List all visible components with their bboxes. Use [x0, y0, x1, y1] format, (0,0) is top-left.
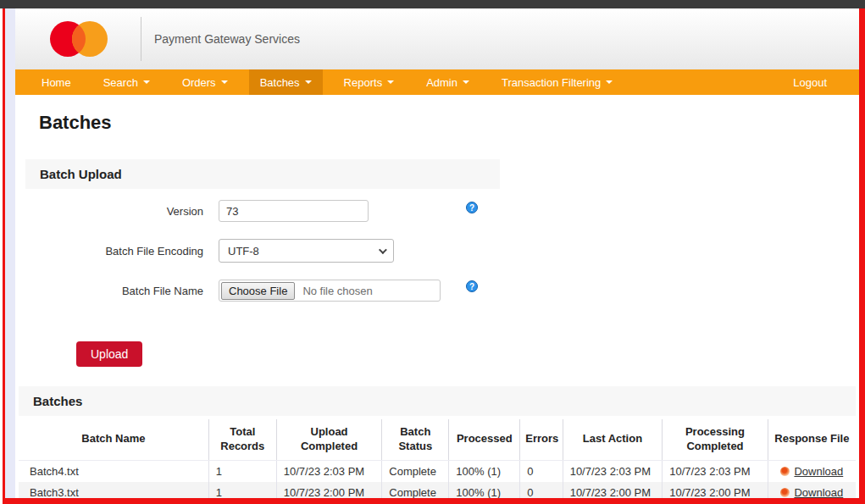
caret-down-icon: [221, 80, 228, 84]
batch-file-input[interactable]: Choose File No file chosen: [219, 280, 441, 302]
cell-errors: 0: [520, 482, 563, 498]
table-header-row: Batch Name Total Records Upload Complete…: [19, 419, 856, 460]
window-top-strip: [0, 0, 865, 8]
caret-down-icon: [606, 80, 613, 84]
help-icon[interactable]: [466, 280, 478, 292]
cell-total-records: 1: [208, 482, 276, 498]
version-label: Version: [25, 205, 203, 218]
batches-section-header: Batches: [19, 386, 856, 416]
cell-batch-status: Complete: [382, 460, 449, 482]
mastercard-logo-icon: [39, 15, 115, 63]
cell-upload-completed: 10/7/23 2:03 PM: [276, 460, 381, 482]
column-header-response-file: Response File: [768, 419, 856, 460]
nav-item-transaction-filtering[interactable]: Transaction Filtering: [491, 69, 624, 95]
page: Payment Gateway Services Home Search Ord…: [15, 8, 859, 498]
download-icon: [780, 488, 790, 497]
page-title: Batches: [39, 112, 856, 134]
cell-batch-name: Batch3.txt: [19, 482, 208, 498]
table-row: Batch4.txt 1 10/7/23 2:03 PM Complete 10…: [19, 460, 856, 482]
cell-last-action: 10/7/23 2:00 PM: [563, 482, 663, 498]
header-divider: [141, 17, 141, 61]
encoding-label: Batch File Encoding: [25, 245, 203, 258]
caret-down-icon: [143, 80, 150, 84]
encoding-selected-value: UTF-8: [228, 245, 259, 258]
cell-response-file: Download: [768, 460, 856, 482]
batches-table: Batch Name Total Records Upload Complete…: [19, 419, 856, 498]
version-row: Version: [25, 199, 856, 223]
upload-button[interactable]: Upload: [76, 341, 142, 367]
cell-processed: 100% (1): [449, 460, 520, 482]
version-input[interactable]: [219, 200, 369, 222]
cell-response-file: Download: [768, 482, 856, 498]
encoding-select[interactable]: UTF-8: [219, 239, 394, 263]
column-header-total-records: Total Records: [208, 419, 276, 460]
download-icon: [780, 467, 790, 476]
column-header-upload-completed: Upload Completed: [276, 419, 381, 460]
nav-item-admin[interactable]: Admin: [415, 69, 480, 95]
help-icon[interactable]: [466, 202, 478, 213]
caret-down-icon: [387, 80, 394, 84]
column-header-processing-completed: Processing Completed: [663, 419, 768, 460]
cell-processed: 100% (1): [449, 482, 520, 498]
caret-down-icon: [463, 80, 469, 84]
cell-errors: 0: [520, 460, 563, 482]
logout-link[interactable]: Logout: [782, 69, 838, 95]
nav-item-home[interactable]: Home: [30, 69, 82, 95]
file-label: Batch File Name: [25, 285, 203, 297]
column-header-last-action: Last Action: [563, 419, 663, 460]
app-header: Payment Gateway Services: [15, 8, 859, 69]
brand-title: Payment Gateway Services: [154, 32, 300, 46]
cell-batch-name: Batch4.txt: [19, 460, 208, 482]
file-row: Batch File Name Choose File No file chos…: [25, 279, 856, 302]
page-frame: Payment Gateway Services Home Search Ord…: [3, 8, 865, 504]
main-content: Batches Batch Upload Version Batch File …: [15, 95, 859, 498]
column-header-processed: Processed: [449, 419, 520, 460]
table-row: Batch3.txt 1 10/7/23 2:00 PM Complete 10…: [19, 482, 856, 498]
cell-batch-status: Complete: [382, 482, 449, 498]
download-link[interactable]: Download: [794, 465, 843, 478]
main-nav: Home Search Orders Batches Reports Admin…: [15, 69, 859, 95]
download-link[interactable]: Download: [794, 486, 843, 498]
column-header-batch-status: Batch Status: [382, 419, 449, 460]
cell-upload-completed: 10/7/23 2:00 PM: [276, 482, 381, 498]
nav-item-reports[interactable]: Reports: [333, 69, 406, 95]
batch-upload-form: Version Batch File Encoding UTF-8 Batch …: [25, 199, 856, 367]
encoding-row: Batch File Encoding UTF-8: [25, 239, 856, 263]
left-margin-strip: [5, 8, 15, 498]
file-status-text: No file chosen: [302, 285, 372, 297]
cell-total-records: 1: [208, 460, 276, 482]
batch-upload-section-header: Batch Upload: [25, 159, 500, 189]
cell-last-action: 10/7/23 2:03 PM: [563, 460, 663, 482]
choose-file-button[interactable]: Choose File: [221, 282, 295, 300]
nav-item-orders[interactable]: Orders: [171, 69, 239, 95]
cell-processing-completed: 10/7/23 2:03 PM: [663, 460, 768, 482]
nav-item-search[interactable]: Search: [92, 69, 161, 95]
caret-down-icon: [305, 80, 312, 84]
cell-processing-completed: 10/7/23 2:00 PM: [663, 482, 768, 498]
nav-item-batches[interactable]: Batches: [249, 69, 323, 95]
column-header-errors: Errors: [520, 419, 563, 460]
chevron-down-icon: [379, 246, 387, 254]
column-header-batch-name: Batch Name: [19, 419, 208, 460]
batches-section: Batches Batch Name Total Records Upload …: [19, 386, 856, 498]
